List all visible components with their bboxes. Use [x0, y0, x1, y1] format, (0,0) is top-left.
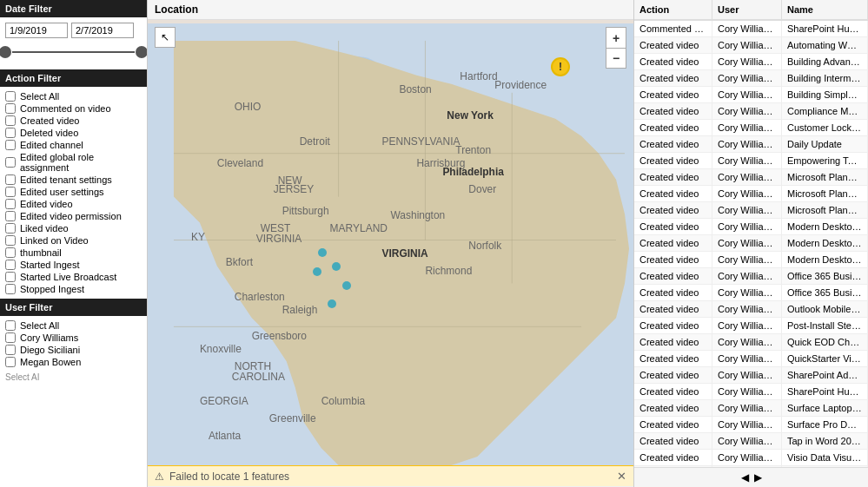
action-checkbox-started-live[interactable]	[5, 272, 16, 282]
zoom-out-button[interactable]: −	[606, 48, 626, 69]
map-dot-5[interactable]	[328, 299, 336, 308]
map-dot-3[interactable]	[313, 267, 321, 276]
table-row[interactable]: Created video Cory Williams Visio Data V…	[634, 450, 868, 466]
slider-thumb-right[interactable]	[136, 46, 148, 58]
td-user: Cory Williams	[712, 202, 782, 218]
slider-fill	[12, 51, 135, 53]
action-checkbox-select-all[interactable]	[5, 91, 16, 102]
action-checkbox-started-ingest[interactable]	[5, 260, 16, 270]
action-checkbox-edited-video[interactable]	[5, 199, 16, 209]
action-filter-select-all[interactable]: Select All	[5, 90, 142, 102]
action-label-started-live: Started Live Broadcast	[20, 272, 116, 282]
action-filter-stopped-ingest[interactable]: Stopped Ingest	[5, 283, 142, 295]
table-row[interactable]: Created video Cory Williams Office 365 B…	[634, 268, 868, 285]
error-close-button[interactable]: ✕	[617, 470, 626, 483]
action-filter-thumbnail[interactable]: thumbnail	[5, 247, 142, 259]
action-checkbox-edited-permission[interactable]	[5, 211, 16, 221]
td-name: Office 365 Business ...	[782, 268, 868, 284]
table-row[interactable]: Created video Cory Williams Building Adv…	[634, 54, 868, 70]
table-row[interactable]: Created video Cory Williams Building Sim…	[634, 87, 868, 103]
table-row[interactable]: Created video Cory Williams Office 365 B…	[634, 285, 868, 301]
table-row[interactable]: Created video Cory Williams Empowering T…	[634, 153, 868, 169]
date-end-input[interactable]	[71, 23, 134, 38]
user-checkbox-megan[interactable]	[5, 357, 16, 367]
action-filter-liked[interactable]: Liked video	[5, 222, 142, 234]
action-checkbox-liked[interactable]	[5, 223, 16, 234]
table-row[interactable]: Created video Cory Williams Microsoft Pl…	[634, 169, 868, 186]
svg-text:Norfolk: Norfolk	[468, 240, 501, 252]
svg-text:GEORGIA: GEORGIA	[200, 395, 248, 407]
zoom-in-button[interactable]: +	[606, 27, 626, 48]
action-filter-edited-global[interactable]: Edited global role assignment	[5, 151, 142, 174]
table-row[interactable]: Created video Cory Williams Post-Install…	[634, 318, 868, 334]
action-filter-commented[interactable]: Commented on video	[5, 102, 142, 115]
table-row[interactable]: Created video Cory Williams Modern Deskt…	[634, 252, 868, 268]
pin-label: !	[559, 61, 562, 73]
slider-thumb-left[interactable]	[0, 46, 11, 58]
action-filter-edited-permission[interactable]: Edited video permission	[5, 210, 142, 222]
action-filter-edited-tenant[interactable]: Edited tenant settings	[5, 174, 142, 186]
scroll-left-icon[interactable]: ◀	[741, 471, 749, 484]
action-checkbox-edited-user[interactable]	[5, 187, 16, 197]
user-checkbox-cory[interactable]	[5, 332, 16, 343]
td-name: Tap in Word 2016 Vi...	[782, 433, 868, 449]
cursor-tool[interactable]: ↖	[155, 27, 176, 48]
scroll-right-icon[interactable]: ▶	[754, 471, 762, 484]
action-filter-edited-channel[interactable]: Edited channel	[5, 139, 142, 151]
td-user: Cory Williams	[712, 37, 782, 53]
map-dot-4[interactable]	[342, 281, 351, 290]
action-checkbox-created[interactable]	[5, 115, 16, 126]
map-dot-1[interactable]	[318, 248, 327, 257]
svg-text:Greenville: Greenville	[269, 412, 316, 424]
table-row[interactable]: Created video Cory Williams Surface Lapt…	[634, 400, 868, 417]
td-action: Created video	[634, 169, 712, 185]
table-row[interactable]: Created video Cory Williams Quick EOD Ch…	[634, 334, 868, 351]
action-checkbox-stopped-ingest[interactable]	[5, 284, 16, 294]
user-filter-megan[interactable]: Megan Bowen	[5, 356, 142, 368]
table-row[interactable]: Created video Cory Williams Outlook Mobi…	[634, 301, 868, 318]
table-row[interactable]: Created video Cory Williams Modern Deskt…	[634, 219, 868, 235]
td-name: Building Advanced A...	[782, 54, 868, 69]
action-filter-started-ingest[interactable]: Started Ingest	[5, 259, 142, 271]
table-row[interactable]: Created video Cory Williams Compliance M…	[634, 103, 868, 120]
action-checkbox-deleted[interactable]	[5, 128, 16, 138]
action-checkbox-edited-channel[interactable]	[5, 140, 16, 150]
date-start-input[interactable]	[5, 23, 68, 38]
table-row[interactable]: Created video Cory Williams QuickStarter…	[634, 351, 868, 367]
user-filter-diego[interactable]: Diego Siciliani	[5, 344, 142, 356]
action-checkbox-edited-global[interactable]	[5, 157, 16, 168]
table-row[interactable]: Created video Cory Williams Automating W…	[634, 37, 868, 54]
action-checkbox-edited-tenant[interactable]	[5, 174, 16, 185]
map-pin-boston[interactable]: !	[551, 57, 570, 76]
map-container[interactable]: OHIO Detroit Cleveland Pittsburgh Boston…	[148, 20, 633, 486]
scroll-indicator[interactable]: ◀ ▶	[634, 467, 868, 487]
action-filter-edited-video[interactable]: Edited video	[5, 198, 142, 210]
table-row[interactable]: Created video Cory Williams Daily Update	[634, 136, 868, 153]
table-row[interactable]: Created video Cory Williams Modern Deskt…	[634, 235, 868, 252]
user-checkbox-select-all[interactable]	[5, 320, 16, 331]
table-row[interactable]: Created video Cory Williams Customer Loc…	[634, 120, 868, 136]
user-filter-cory[interactable]: Cory Williams	[5, 332, 142, 344]
table-row[interactable]: Created video Cory Williams Building Int…	[634, 70, 868, 87]
td-action: Created video	[634, 301, 712, 317]
action-filter-created[interactable]: Created video	[5, 115, 142, 127]
user-checkbox-diego[interactable]	[5, 345, 16, 355]
action-filter-linked[interactable]: Linked on Video	[5, 234, 142, 247]
table-row[interactable]: Created video Cory Williams Surface Pro …	[634, 417, 868, 433]
table-row[interactable]: Created video Cory Williams Microsoft Pl…	[634, 186, 868, 202]
action-checkbox-commented[interactable]	[5, 103, 16, 114]
date-slider[interactable]	[5, 43, 142, 61]
action-filter-deleted[interactable]: Deleted video	[5, 127, 142, 139]
action-filter-started-live[interactable]: Started Live Broadcast	[5, 271, 142, 283]
svg-text:CAROLINA: CAROLINA	[232, 371, 285, 383]
table-row[interactable]: Created video Cory Williams Microsoft Pl…	[634, 202, 868, 219]
action-checkbox-linked[interactable]	[5, 235, 16, 246]
table-row[interactable]: Created video Cory Williams SharePoint A…	[634, 367, 868, 384]
td-action: Created video	[634, 219, 712, 234]
user-filter-select-all[interactable]: Select All	[5, 319, 142, 332]
table-row[interactable]: Commented on video Cory Williams SharePo…	[634, 21, 868, 37]
table-row[interactable]: Created video Cory Williams Tap in Word …	[634, 433, 868, 450]
action-checkbox-thumbnail[interactable]	[5, 247, 16, 258]
table-row[interactable]: Created video Cory Williams SharePoint H…	[634, 384, 868, 400]
action-filter-edited-user[interactable]: Edited user settings	[5, 186, 142, 198]
